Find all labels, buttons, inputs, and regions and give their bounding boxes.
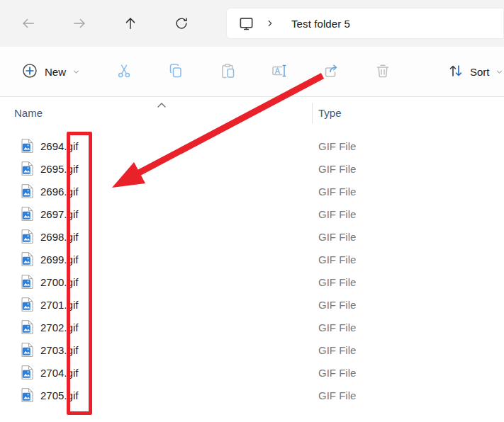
image-file-icon [21,365,33,380]
rename-icon [271,62,288,81]
image-file-icon [21,161,33,176]
file-row[interactable]: 2700.gif GIF File [0,270,504,293]
column-header-name[interactable]: Name [0,107,43,119]
this-pc-icon[interactable] [238,16,254,32]
chevron-down-icon [72,66,80,78]
image-file-icon [21,320,33,334]
file-name: 2696.gif [40,186,78,198]
file-name: 2695.gif [40,163,78,175]
share-icon [323,62,340,81]
column-divider[interactable] [312,103,313,124]
file-type: GIF File [318,163,356,175]
file-name: 2697.gif [40,208,78,220]
list-header: Name Type [0,97,504,128]
file-type: GIF File [318,276,356,288]
file-name: 2701.gif [40,299,78,311]
file-name: 2694.gif [40,140,78,152]
forward-button[interactable] [65,9,94,38]
file-name: 2705.gif [40,389,78,401]
copy-button[interactable] [160,57,191,86]
image-file-icon [21,297,33,312]
file-row[interactable]: 2704.gif GIF File [0,361,504,384]
breadcrumb[interactable]: Test folder 5 [291,18,350,30]
file-type: GIF File [318,299,356,311]
file-explorer-window: Test folder 5 New [0,0,504,422]
sort-arrows-icon [447,62,464,81]
scissors-icon [116,62,133,81]
file-row[interactable]: 2698.gif GIF File [0,225,504,248]
file-name: 2704.gif [40,367,78,379]
breadcrumb-chevron-icon [266,19,274,28]
file-row[interactable]: 2695.gif GIF File [0,157,504,180]
copy-icon [167,62,184,81]
image-file-icon [21,252,33,266]
file-row[interactable]: 2699.gif GIF File [0,248,504,270]
file-name: 2698.gif [40,231,78,243]
file-type: GIF File [318,389,356,401]
sort-ascending-icon [157,98,167,110]
image-file-icon [21,275,33,289]
file-type: GIF File [318,253,356,266]
chevron-down-icon [495,66,503,78]
paste-button[interactable] [212,57,243,86]
file-type: GIF File [318,367,356,379]
file-type: GIF File [318,186,356,198]
file-name: 2699.gif [40,253,78,266]
forward-arrow-icon [72,16,87,31]
trash-icon [374,62,391,81]
navigation-bar: Test folder 5 [0,0,504,47]
paste-icon [219,62,236,81]
new-button-label: New [45,66,66,78]
file-row[interactable]: 2701.gif GIF File [0,293,504,316]
column-name-label: Name [14,107,43,119]
file-type: GIF File [318,140,356,152]
command-toolbar: New [0,47,504,97]
image-file-icon [21,184,33,198]
new-button[interactable]: New [14,57,87,87]
image-file-icon [21,343,33,357]
image-file-icon [21,229,33,244]
up-button[interactable] [116,9,145,38]
image-file-icon [21,139,33,153]
plus-circle-icon [21,62,38,81]
file-type: GIF File [318,344,356,356]
file-name: 2703.gif [40,344,78,356]
address-bar[interactable]: Test folder 5 [226,8,504,39]
image-file-icon [21,388,33,402]
delete-button[interactable] [367,57,398,86]
file-row[interactable]: 2705.gif GIF File [0,384,504,406]
refresh-button[interactable] [167,9,196,38]
file-row[interactable]: 2694.gif GIF File [0,135,504,157]
up-arrow-icon [123,16,138,31]
column-header-type[interactable]: Type [318,107,342,119]
file-name: 2702.gif [40,321,78,333]
file-row[interactable]: 2697.gif GIF File [0,203,504,225]
file-type: GIF File [318,231,356,243]
file-row[interactable]: 2702.gif GIF File [0,316,504,338]
back-arrow-icon [21,16,36,31]
sort-button[interactable]: Sort [440,57,504,87]
file-row[interactable]: 2703.gif GIF File [0,338,504,361]
rename-button[interactable] [264,57,295,86]
refresh-icon [174,16,189,31]
file-type: GIF File [318,208,356,220]
toolbar-icon-group [108,57,419,86]
share-button[interactable] [315,57,347,86]
file-type: GIF File [318,321,356,333]
image-file-icon [21,207,33,221]
back-button[interactable] [14,9,43,38]
file-row[interactable]: 2696.gif GIF File [0,180,504,203]
cut-button[interactable] [108,57,140,86]
file-name: 2700.gif [40,276,78,288]
file-list: 2694.gif GIF File 2695.gif GIF File 2696… [0,128,504,406]
sort-button-label: Sort [470,66,490,78]
